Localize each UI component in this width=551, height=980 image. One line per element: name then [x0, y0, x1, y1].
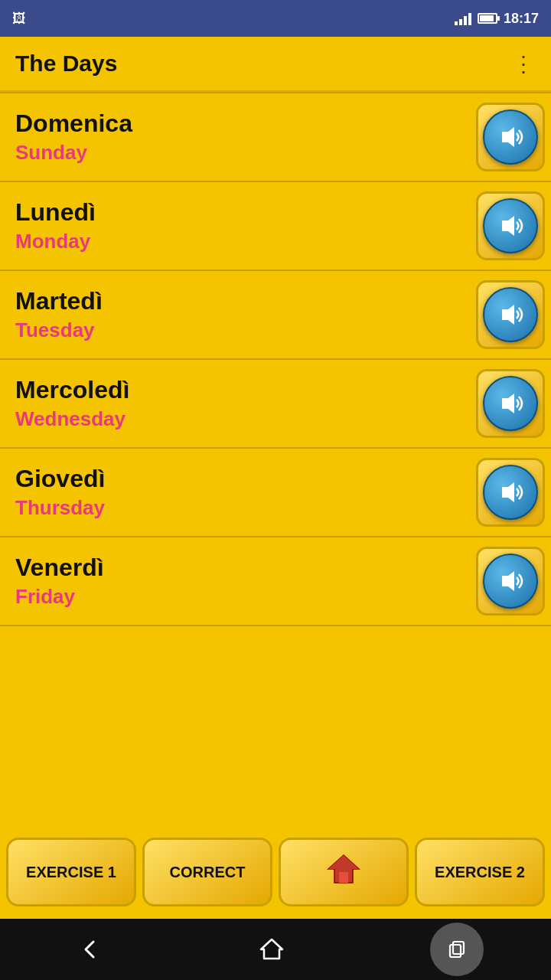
- bottom-buttons: EXERCISE 1 CORRECT EXERCISE 2: [0, 825, 551, 919]
- back-icon: [78, 937, 103, 962]
- audio-circle: [483, 109, 538, 165]
- list-item: Venerdì Friday: [0, 537, 551, 626]
- signal-bar-4: [468, 13, 471, 25]
- picture-icon: 🖼: [12, 11, 26, 27]
- audio-circle: [483, 465, 538, 520]
- svg-marker-1: [502, 216, 514, 236]
- correct-button[interactable]: CORRECT: [142, 838, 272, 906]
- day-english: Sunday: [15, 141, 132, 165]
- exercise1-button[interactable]: EXERCISE 1: [6, 838, 136, 906]
- day-italian: Domenica: [15, 109, 132, 138]
- battery-icon: [478, 13, 497, 24]
- list-item: Mercoledì Wednesday: [0, 360, 551, 449]
- svg-rect-7: [339, 872, 348, 883]
- status-bar: 🖼 18:17: [0, 0, 551, 37]
- recents-icon: [446, 939, 468, 960]
- home-nav-button[interactable]: [249, 926, 295, 972]
- day-english: Wednesday: [15, 407, 129, 431]
- audio-button-domenica[interactable]: [476, 103, 545, 172]
- status-bar-right: 18:17: [455, 11, 539, 27]
- day-text-giovedi: Giovedì Thursday: [15, 465, 105, 520]
- day-italian: Giovedì: [15, 465, 105, 493]
- signal-bar-1: [455, 21, 458, 25]
- android-nav-bar: [0, 919, 551, 980]
- svg-marker-5: [502, 571, 514, 591]
- app-header: The Days ⋮: [0, 37, 551, 92]
- svg-marker-9: [261, 939, 282, 959]
- home-button[interactable]: [279, 838, 409, 906]
- audio-button-lunedi[interactable]: [476, 191, 545, 260]
- day-italian: Martedì: [15, 287, 103, 315]
- signal-icon: [455, 11, 471, 25]
- day-english: Friday: [15, 585, 104, 609]
- list-item: Domenica Sunday: [0, 93, 551, 182]
- svg-marker-3: [502, 394, 514, 413]
- audio-circle: [483, 376, 538, 431]
- days-list: Domenica Sunday Lunedì Monday: [0, 92, 551, 825]
- day-text-domenica: Domenica Sunday: [15, 109, 132, 165]
- day-italian: Mercoledì: [15, 376, 129, 404]
- speaker-icon: [496, 300, 525, 329]
- speaker-icon: [496, 122, 525, 152]
- svg-rect-10: [450, 945, 461, 957]
- house-svg: [327, 852, 360, 886]
- day-text-martedi: Martedì Tuesday: [15, 287, 103, 342]
- signal-bar-2: [459, 19, 462, 25]
- home-nav-icon: [259, 937, 284, 962]
- audio-circle: [483, 287, 538, 342]
- day-text-venerdi: Venerdì Friday: [15, 554, 104, 609]
- speaker-icon: [496, 478, 525, 507]
- menu-button[interactable]: ⋮: [513, 51, 536, 77]
- day-text-mercoledi: Mercoledì Wednesday: [15, 376, 129, 431]
- audio-circle: [483, 554, 538, 609]
- audio-button-venerdi[interactable]: [476, 547, 545, 616]
- day-italian: Venerdì: [15, 554, 104, 582]
- svg-marker-0: [502, 127, 514, 147]
- audio-button-martedi[interactable]: [476, 280, 545, 349]
- list-item: Lunedì Monday: [0, 182, 551, 271]
- audio-button-mercoledi[interactable]: [476, 369, 545, 438]
- day-english: Thursday: [15, 496, 105, 520]
- audio-circle: [483, 198, 538, 253]
- exercise2-button[interactable]: EXERCISE 2: [415, 838, 545, 906]
- list-item: Giovedì Thursday: [0, 449, 551, 537]
- svg-marker-8: [328, 855, 359, 869]
- speaker-icon: [496, 389, 525, 418]
- day-english: Monday: [15, 230, 96, 253]
- speaker-icon: [496, 211, 525, 240]
- home-icon: [327, 852, 360, 893]
- speaker-icon: [496, 567, 525, 596]
- back-button[interactable]: [67, 926, 113, 972]
- svg-rect-11: [453, 942, 464, 954]
- day-english: Tuesday: [15, 318, 103, 342]
- signal-bar-3: [464, 16, 467, 25]
- day-italian: Lunedì: [15, 198, 96, 227]
- time-display: 18:17: [504, 11, 539, 27]
- svg-marker-2: [502, 305, 514, 325]
- day-text-lunedi: Lunedì Monday: [15, 198, 96, 253]
- audio-button-giovedi[interactable]: [476, 458, 545, 527]
- recents-button[interactable]: [430, 923, 484, 976]
- svg-marker-4: [502, 482, 514, 502]
- list-item: Martedì Tuesday: [0, 271, 551, 360]
- page-title: The Days: [15, 51, 117, 77]
- battery-fill: [480, 15, 494, 21]
